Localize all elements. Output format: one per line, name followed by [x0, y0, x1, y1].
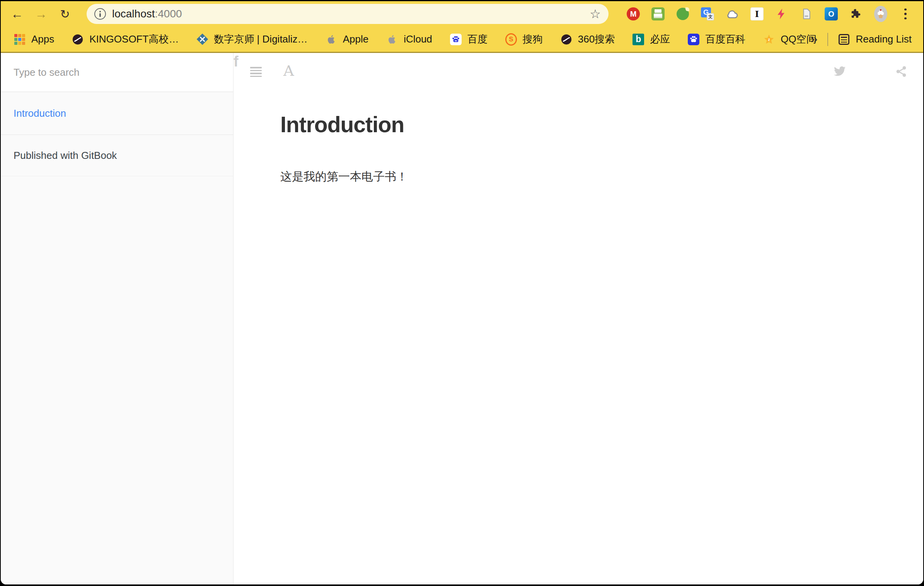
outlook-extension-icon[interactable]: O: [825, 6, 838, 22]
url-host: localhost: [112, 8, 155, 20]
bookmark-label: 360搜索: [578, 32, 615, 46]
reading-list-button[interactable]: Reading List: [838, 33, 912, 45]
apps-grid-icon: [14, 34, 26, 45]
bookmark-360-search[interactable]: 360搜索: [561, 32, 615, 46]
bookmark-kingosoft[interactable]: KINGOSOFT高校…: [72, 32, 179, 46]
translate-wen-letter: 文: [707, 13, 714, 20]
sidebar-item-published-with-gitbook[interactable]: Published with GitBook: [1, 135, 233, 176]
cupcake-avatar-icon: [874, 6, 887, 22]
gitbook-body: A f Introduction 这是我的第一本电子书！: [234, 53, 923, 584]
bookmark-label: 百度百科: [705, 32, 745, 46]
bookmark-label: 搜狗: [523, 32, 543, 46]
print-extension-icon[interactable]: [651, 6, 665, 22]
baidu-paw-icon: du: [450, 34, 462, 45]
toggle-sidebar-button[interactable]: [250, 67, 262, 77]
lightning-extension-icon[interactable]: [775, 6, 788, 22]
bookmark-label: iCloud: [404, 33, 432, 45]
sogou-icon: S: [505, 34, 517, 45]
site-info-icon[interactable]: [94, 8, 106, 20]
bookmark-icloud[interactable]: iCloud: [386, 33, 432, 45]
bookmark-label: 数字京师 | Digitaliz…: [214, 32, 307, 46]
evernote-extension-icon[interactable]: [676, 6, 689, 22]
url-port: :4000: [155, 8, 182, 20]
lightning-icon: [776, 8, 788, 20]
outlook-icon: O: [825, 7, 838, 20]
bookmark-label: Apps: [31, 33, 54, 45]
puzzle-icon: [850, 8, 862, 20]
chrome-menu-button[interactable]: [899, 6, 912, 22]
page-paragraph: 这是我的第一本电子书！: [280, 169, 408, 185]
sidebar-item-label: Published with GitBook: [14, 150, 117, 162]
browser-toolbar: ← → ↻ localhost:4000 ☆ M G 文: [1, 1, 923, 27]
bookmark-label: KINGOSOFT高校…: [89, 32, 179, 46]
sidebar-search: [1, 53, 233, 92]
sidebar-item-introduction[interactable]: Introduction: [1, 92, 233, 135]
bookmark-baidu[interactable]: du 百度: [450, 32, 488, 46]
browser-window: ← → ↻ localhost:4000 ☆ M G 文: [1, 1, 923, 584]
document-icon: [801, 8, 812, 20]
bookmarks-overflow-chevron-icon[interactable]: »: [811, 32, 818, 46]
bookmark-apps[interactable]: Apps: [14, 33, 54, 45]
translate-extension-icon[interactable]: G 文: [701, 6, 714, 22]
gitbook-sidebar: Introduction Published with GitBook: [1, 53, 234, 584]
apple-icon: [386, 34, 398, 45]
bookmark-digital-bnu[interactable]: 数字京师 | Digitaliz…: [196, 32, 307, 46]
font-settings-icon[interactable]: A: [283, 62, 294, 80]
forward-icon[interactable]: →: [33, 1, 49, 27]
diamond-icon: [196, 34, 208, 45]
bing-icon: b: [632, 34, 644, 45]
search-input[interactable]: [1, 53, 233, 92]
bookmark-apple[interactable]: Apple: [326, 33, 369, 45]
instapaper-extension-icon[interactable]: I: [750, 6, 764, 22]
bookmark-label: 百度: [467, 32, 488, 46]
globe-icon: [72, 34, 84, 45]
twitter-share-icon[interactable]: [833, 65, 846, 78]
bookmark-star-icon[interactable]: ☆: [590, 8, 601, 20]
three-dots-menu-icon: [904, 9, 907, 20]
browser-chrome: ← → ↻ localhost:4000 ☆ M G 文: [1, 1, 923, 52]
baidu-baike-icon: [688, 34, 699, 45]
sidebar-item-label: Introduction: [14, 107, 66, 119]
bookmark-sogou[interactable]: S 搜狗: [505, 32, 543, 46]
url-text: localhost:4000: [112, 8, 182, 20]
translate-icon: G 文: [701, 7, 714, 20]
reading-list-icon: [838, 34, 850, 45]
document-extension-icon[interactable]: [800, 6, 813, 22]
cloud-icon: [726, 7, 739, 21]
baidu-du-text: du: [454, 39, 457, 41]
share-icon[interactable]: [895, 65, 907, 79]
bookmark-label: 必应: [650, 32, 670, 46]
gitbook-page: Introduction Published with GitBook A f: [1, 53, 923, 584]
bookmark-qzone[interactable]: z QQ空间: [763, 32, 816, 46]
qzone-z-text: z: [768, 37, 770, 42]
back-icon[interactable]: ←: [9, 1, 25, 27]
profile-avatar[interactable]: [874, 6, 887, 22]
reload-icon[interactable]: ↻: [57, 1, 73, 27]
gmail-icon: M: [627, 7, 640, 20]
bookmarks-separator: [827, 33, 828, 46]
gmail-extension-icon[interactable]: M: [627, 6, 640, 22]
bookmarks-bar: Apps KINGOSOFT高校… 数字京师 | Digitaliz… Appl…: [1, 27, 923, 52]
page-title: Introduction: [280, 112, 404, 137]
extensions-menu-icon[interactable]: [849, 6, 863, 22]
bookmark-label: Apple: [343, 33, 369, 45]
facebook-share-icon[interactable]: f: [234, 53, 239, 70]
extension-icons-row: M G 文 I: [627, 1, 912, 27]
instapaper-icon: I: [750, 7, 764, 20]
reading-list-label: Reading List: [856, 33, 912, 45]
cloud-extension-icon[interactable]: [726, 6, 739, 22]
globe-icon: [561, 34, 572, 45]
bookmarks-bar-right: » Reading List: [811, 27, 923, 52]
address-bar[interactable]: localhost:4000 ☆: [87, 4, 609, 24]
qzone-star-icon: z: [763, 34, 775, 45]
bookmark-bing[interactable]: b 必应: [632, 32, 670, 46]
bookmark-baidu-baike[interactable]: 百度百科: [688, 32, 745, 46]
printer-icon: [651, 7, 665, 20]
evernote-icon: [677, 8, 689, 20]
apple-icon: [326, 34, 337, 45]
